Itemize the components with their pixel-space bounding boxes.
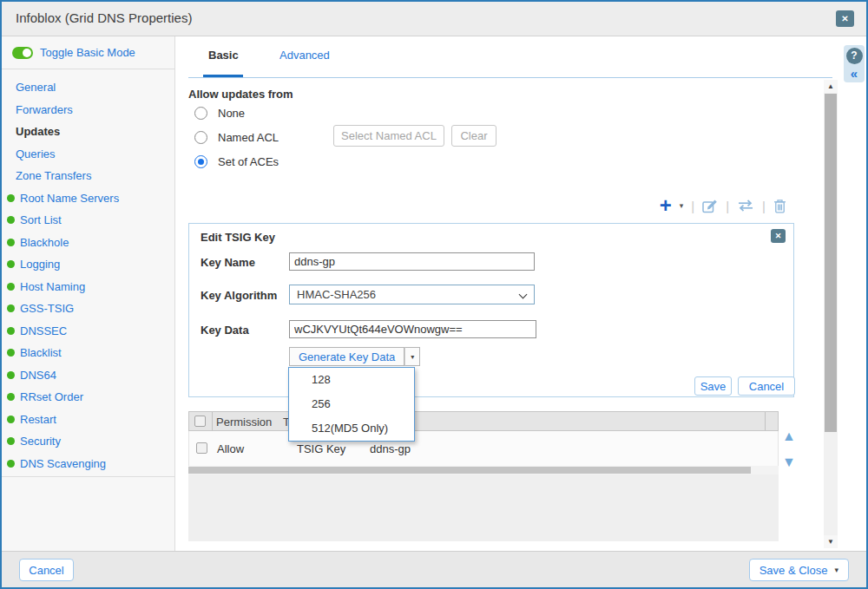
sidebar-menu: General Forwarders Updates Queries Zone … — [2, 69, 174, 477]
green-status-icon — [7, 194, 15, 202]
vertical-scrollbar[interactable]: ▲ ▼ — [824, 80, 838, 548]
sidebar-item[interactable]: General — [2, 76, 174, 99]
sidebar-item[interactable]: DNS Scavenging — [2, 453, 174, 475]
radio-named-acl-label: Named ACL — [218, 131, 279, 144]
panel-cancel-button[interactable]: Cancel — [738, 376, 795, 396]
radio-named-acl[interactable] — [194, 131, 207, 144]
ace-table-header: Permission T — [188, 411, 779, 431]
scrollbar-thumb[interactable] — [825, 94, 837, 432]
ace-toolbar: + ▾ | | | — [660, 194, 786, 217]
sidebar-item[interactable]: Queries — [2, 143, 174, 166]
radio-none[interactable] — [194, 107, 207, 120]
help-icon[interactable]: ? — [846, 48, 863, 64]
ace-table: Permission T Allow TSIG Key ddns-gp — [188, 411, 779, 541]
green-status-icon — [7, 437, 15, 445]
chevron-down-icon — [519, 291, 528, 299]
radio-set-of-aces[interactable] — [194, 155, 207, 168]
generate-caret-button[interactable]: ▾ — [404, 347, 420, 366]
scrollbar-thumb[interactable] — [188, 467, 751, 474]
green-status-icon — [7, 216, 15, 224]
toolbar-divider: | — [762, 199, 766, 213]
key-name-input[interactable] — [289, 252, 535, 271]
sidebar-item[interactable]: Host Naming — [2, 276, 174, 298]
dropdown-option-256[interactable]: 256 — [289, 392, 414, 416]
edit-icon[interactable] — [702, 199, 718, 213]
sidebar-item[interactable]: Restart — [2, 409, 174, 431]
toolbar-divider: | — [691, 199, 694, 213]
toolbar-divider: | — [726, 199, 729, 213]
allow-updates-heading: Allow updates from — [188, 88, 293, 101]
radio-set-of-aces-label: Set of ACEs — [218, 155, 279, 168]
green-status-icon — [7, 349, 15, 357]
scroll-up-button[interactable]: ▲ — [824, 80, 838, 93]
sidebar-item-label: Host Naming — [20, 280, 85, 293]
clear-button[interactable]: Clear — [451, 125, 496, 147]
save-and-close-button[interactable]: Save & Close ▾ — [749, 559, 849, 581]
sidebar-item-label: DNS64 — [20, 369, 56, 382]
reorder-icon[interactable] — [737, 200, 754, 212]
move-up-icon[interactable]: ▲ — [782, 429, 796, 443]
green-status-icon — [7, 393, 15, 401]
sidebar-item[interactable]: Sort List — [2, 209, 174, 232]
toggle-basic-mode-button[interactable]: Toggle Basic Mode — [2, 36, 174, 69]
sidebar-item[interactable]: DNSSEC — [2, 320, 174, 343]
sidebar-item[interactable]: Forwarders — [2, 99, 174, 121]
key-data-input[interactable] — [289, 320, 536, 338]
tab-basic[interactable]: Basic — [208, 49, 239, 62]
sidebar-item[interactable]: Zone Transfers — [2, 165, 174, 187]
sidebar-item[interactable]: Blacklist — [2, 342, 174, 364]
panel-close-button[interactable]: ✕ — [771, 229, 786, 243]
up-arrow-icon: ▲ — [827, 82, 834, 90]
sidebar-item[interactable]: Root Name Servers — [2, 187, 174, 210]
radio-row-named-acl[interactable]: Named ACL — [194, 128, 279, 146]
collapse-panel-icon[interactable]: « — [844, 67, 865, 81]
select-all-checkbox[interactable] — [194, 416, 206, 427]
ace-table-row[interactable]: Allow TSIG Key ddns-gp — [188, 431, 779, 466]
sidebar-item-label: Security — [20, 435, 61, 448]
sidebar-item[interactable]: Logging — [2, 253, 174, 276]
generate-key-data-group: Generate Key Data ▾ — [289, 347, 420, 366]
down-arrow-icon: ▼ — [827, 538, 834, 546]
green-status-icon — [7, 239, 15, 246]
radio-row-none[interactable]: None — [194, 104, 245, 121]
green-status-icon — [7, 416, 15, 423]
window-close-button[interactable]: ✕ — [836, 10, 854, 27]
sidebar-item[interactable]: Security — [2, 430, 174, 453]
sidebar-item-label: General — [16, 81, 56, 94]
sidebar-item-label: Updates — [16, 125, 60, 138]
panel-save-button[interactable]: Save — [694, 376, 732, 396]
move-down-icon[interactable]: ▼ — [782, 455, 796, 469]
close-icon: ✕ — [775, 232, 782, 240]
sidebar-item-label: Root Name Servers — [20, 192, 119, 205]
sidebar-item[interactable]: Updates — [2, 121, 174, 143]
row-checkbox[interactable] — [196, 442, 207, 454]
table-horizontal-scrollbar[interactable] — [188, 466, 779, 474]
radio-row-set-of-aces[interactable]: Set of ACEs — [194, 153, 279, 170]
key-algorithm-select[interactable]: HMAC-SHA256 — [289, 285, 535, 304]
select-named-acl-button[interactable]: Select Named ACL — [333, 125, 444, 147]
sidebar-item-label: Queries — [16, 147, 56, 160]
tab-advanced[interactable]: Advanced — [279, 49, 330, 62]
dropdown-option-512[interactable]: 512(MD5 Only) — [289, 416, 414, 441]
delete-icon[interactable] — [773, 199, 786, 213]
sidebar-item-label: Zone Transfers — [16, 169, 91, 182]
green-status-icon — [7, 327, 15, 335]
key-data-label: Key Data — [201, 324, 249, 337]
add-caret-icon[interactable]: ▾ — [680, 201, 684, 210]
dropdown-option-128[interactable]: 128 — [289, 368, 414, 392]
sidebar: Toggle Basic Mode General Forwarders Upd… — [2, 36, 175, 551]
row-permission-cell: Allow — [217, 442, 244, 455]
permission-column-header[interactable]: Permission — [216, 416, 272, 429]
sidebar-item-label: RRset Order — [20, 390, 83, 403]
column-divider — [765, 412, 766, 430]
cancel-button[interactable]: Cancel — [19, 559, 74, 581]
grid-dns-properties-window: Infoblox (Grid DNS Properties) ✕ Toggle … — [0, 0, 868, 589]
scroll-down-button[interactable]: ▼ — [824, 535, 838, 548]
sidebar-item[interactable]: RRset Order — [2, 386, 174, 409]
sidebar-item[interactable]: DNS64 — [2, 364, 174, 387]
panel-title: Edit TSIG Key — [201, 231, 275, 244]
sidebar-item[interactable]: GSS-TSIG — [2, 298, 174, 320]
add-icon[interactable]: + — [660, 196, 672, 215]
sidebar-item[interactable]: Blackhole — [2, 232, 174, 254]
generate-key-data-button[interactable]: Generate Key Data — [289, 347, 404, 366]
